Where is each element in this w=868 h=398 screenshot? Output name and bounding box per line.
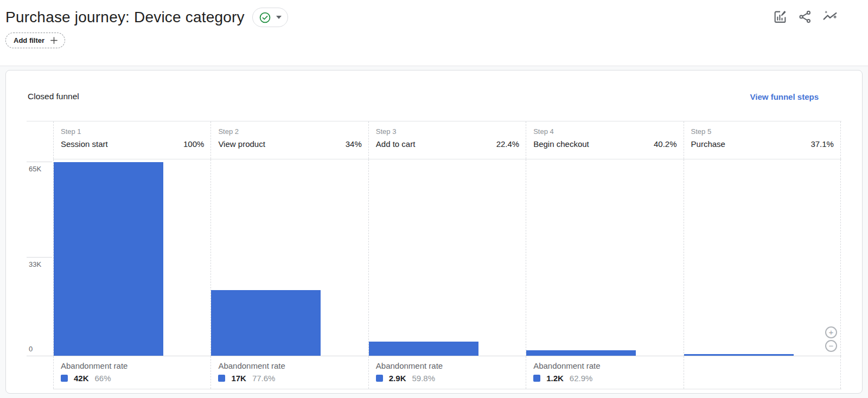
zoom-out-button[interactable]: −	[825, 340, 837, 352]
y-axis-label: 33K	[29, 260, 41, 268]
abandonment-count: 17K	[231, 374, 246, 383]
funnel-bar[interactable]	[369, 342, 478, 356]
abandonment-legend: Abandonment rate1.2K62.9%	[526, 356, 683, 389]
check-circle-icon	[259, 11, 271, 24]
abandonment-legend	[684, 356, 841, 389]
abandonment-label: Abandonment rate	[218, 361, 368, 370]
legend-swatch-icon	[218, 375, 225, 382]
legend-swatch-icon	[61, 375, 68, 382]
abandonment-rate: 77.6%	[252, 374, 276, 383]
zoom-in-button[interactable]: +	[825, 326, 837, 338]
step-event-name: Session start	[61, 139, 108, 149]
funnel-step-header: Step 1Session start100%	[53, 121, 210, 159]
insights-icon	[822, 9, 838, 25]
step-event-name: Add to cart	[376, 139, 416, 149]
edit-chart-icon	[773, 9, 788, 24]
step-label: Step 1	[61, 127, 204, 136]
step-label: Step 5	[691, 127, 834, 136]
funnel-column	[53, 159, 210, 356]
abandonment-rate: 59.8%	[412, 374, 435, 383]
step-event-name: View product	[218, 139, 265, 149]
view-funnel-steps-link[interactable]: View funnel steps	[750, 92, 819, 101]
legend-swatch-icon	[376, 375, 383, 382]
funnel-chart: Step 1Session start100%Step 2View produc…	[27, 121, 841, 389]
y-axis-tick	[27, 162, 52, 162]
step-completion-rate: 40.2%	[654, 139, 677, 149]
step-completion-rate: 100%	[183, 139, 204, 149]
step-event-name: Purchase	[691, 139, 725, 149]
funnel-column	[526, 159, 683, 356]
abandonment-count: 42K	[74, 374, 89, 383]
abandonment-legend: Abandonment rate2.9K59.8%	[368, 356, 526, 389]
y-axis-tick	[27, 257, 52, 258]
y-axis-label: 65K	[29, 165, 41, 173]
abandonment-label: Abandonment rate	[533, 361, 683, 370]
exploration-topbar: Purchase journey: Device category Add fi…	[0, 0, 868, 66]
step-completion-rate: 34%	[346, 139, 362, 149]
funnel-step-header: Step 4Begin checkout40.2%	[526, 121, 683, 159]
abandonment-rate: 66%	[95, 374, 111, 383]
y-axis-label: 0	[29, 345, 33, 353]
edit-chart-button[interactable]	[771, 8, 788, 25]
caret-down-icon	[276, 16, 282, 19]
step-completion-rate: 22.4%	[496, 139, 520, 149]
funnel-bar[interactable]	[211, 290, 321, 356]
insights-button[interactable]	[821, 8, 838, 25]
abandonment-legend: Abandonment rate42K66%	[53, 356, 210, 389]
share-icon	[797, 9, 813, 24]
abandonment-count: 2.9K	[389, 374, 406, 383]
funnel-step-header: Step 2View product34%	[210, 121, 368, 159]
step-label: Step 2	[218, 127, 361, 136]
page-title: Purchase journey: Device category	[5, 9, 245, 26]
card-title: Closed funnel	[28, 92, 79, 101]
abandonment-rate: 62.9%	[570, 374, 593, 383]
abandonment-label: Abandonment rate	[61, 361, 210, 370]
step-completion-rate: 37.1%	[810, 139, 834, 149]
step-label: Step 4	[533, 127, 676, 136]
funnel-bar[interactable]	[54, 162, 163, 356]
add-filter-label: Add filter	[14, 36, 44, 44]
validation-status-pill[interactable]	[252, 8, 288, 27]
funnel-step-header: Step 5Purchase37.1%	[684, 121, 841, 159]
share-button[interactable]	[796, 8, 813, 25]
x-axis-line	[27, 356, 841, 356]
step-label: Step 3	[376, 127, 519, 136]
funnel-column	[210, 159, 368, 356]
legend-swatch-icon	[533, 375, 540, 382]
plus-icon	[49, 36, 59, 45]
funnel-step-header: Step 3Add to cart22.4%	[368, 121, 526, 159]
funnel-column	[684, 159, 841, 356]
abandonment-label: Abandonment rate	[376, 361, 526, 370]
abandonment-legend: Abandonment rate17K77.6%	[210, 356, 368, 389]
add-filter-button[interactable]: Add filter	[5, 33, 65, 48]
funnel-card: Closed funnel View funnel steps Step 1Se…	[5, 70, 863, 394]
abandonment-count: 1.2K	[546, 374, 564, 383]
funnel-column	[368, 159, 526, 356]
step-event-name: Begin checkout	[533, 139, 589, 149]
exploration-canvas: Closed funnel View funnel steps Step 1Se…	[0, 66, 868, 398]
